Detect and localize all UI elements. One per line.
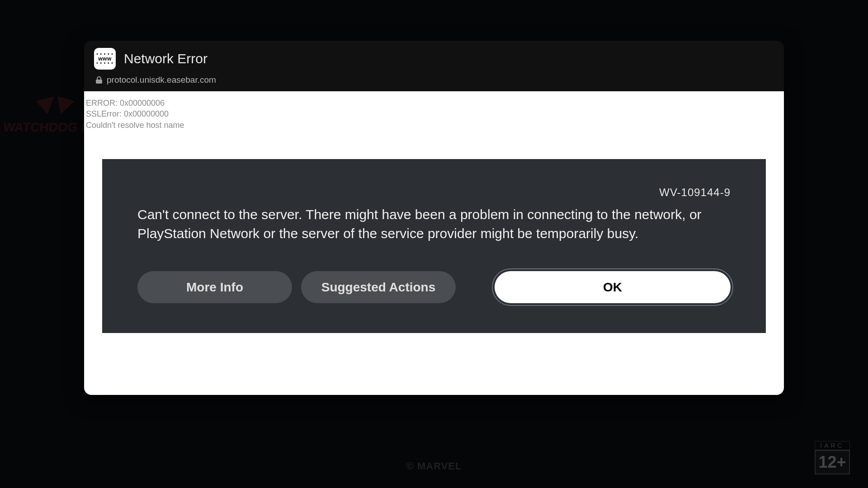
error-code: WV-109144-9 bbox=[137, 186, 731, 199]
ok-button[interactable]: OK bbox=[495, 271, 731, 303]
suggested-actions-button[interactable]: Suggested Actions bbox=[301, 271, 456, 303]
www-icon: • • • • • www • • • • • bbox=[94, 48, 116, 70]
error-line: SSLError: 0x00000000 bbox=[86, 108, 782, 119]
network-error-modal: • • • • • www • • • • • Network Error pr… bbox=[84, 41, 784, 395]
modal-body: ERROR: 0x00000006 SSLError: 0x00000000 C… bbox=[84, 91, 784, 395]
more-info-button[interactable]: More Info bbox=[137, 271, 292, 303]
rating-org: IARC bbox=[815, 441, 850, 450]
error-message: Can't connect to the server. There might… bbox=[137, 205, 721, 243]
modal-title: Network Error bbox=[124, 51, 208, 66]
modal-header: • • • • • www • • • • • Network Error pr… bbox=[84, 41, 784, 91]
ps-error-dialog: WV-109144-9 Can't connect to the server.… bbox=[102, 159, 766, 333]
dialog-button-row: More Info Suggested Actions OK bbox=[137, 271, 731, 303]
error-line: ERROR: 0x00000006 bbox=[86, 98, 782, 108]
watchdog-logo-icon bbox=[38, 90, 72, 117]
modal-title-row: • • • • • www • • • • • Network Error bbox=[94, 48, 774, 70]
raw-error-text: ERROR: 0x00000006 SSLError: 0x00000000 C… bbox=[86, 95, 782, 131]
url-text: protocol.unisdk.easebar.com bbox=[107, 75, 216, 85]
error-line: Couldn't resolve host name bbox=[86, 120, 782, 131]
brand-copyright: © MARVEL bbox=[406, 460, 462, 472]
url-row: protocol.unisdk.easebar.com bbox=[94, 75, 774, 85]
rating-badge: IARC 12+ bbox=[815, 441, 850, 474]
rating-age: 12+ bbox=[815, 450, 850, 474]
lock-icon bbox=[96, 76, 102, 84]
